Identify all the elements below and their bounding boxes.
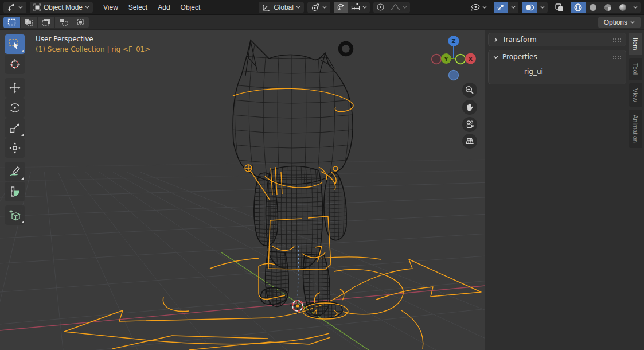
proportional-group: [373, 2, 410, 13]
xray-toggle[interactable]: [551, 2, 567, 13]
menu-view[interactable]: View: [99, 2, 123, 13]
camera-view-button[interactable]: [462, 117, 477, 132]
gizmo-z-ball[interactable]: Z: [448, 36, 459, 46]
tab-view[interactable]: View: [629, 83, 642, 107]
navigation-gizmo[interactable]: Y Z X: [431, 36, 477, 81]
n-panel-tabs: Item Tool View Animation: [629, 30, 644, 350]
overlays-icon: [525, 3, 534, 11]
gizmo-neg-z-ball[interactable]: [449, 71, 459, 80]
gizmo-neg-y-ball[interactable]: [456, 55, 466, 64]
chevron-down-icon: [511, 6, 516, 9]
select-mode-intersect-button[interactable]: [72, 17, 89, 28]
shading-dropdown[interactable]: [630, 2, 641, 13]
shading-wireframe-button[interactable]: [571, 2, 586, 13]
transform-panel: Transform: [488, 33, 626, 46]
pivot-point-dropdown[interactable]: [307, 2, 330, 13]
transform-panel-title: Transform: [502, 36, 608, 44]
gizmo-neg-x-ball[interactable]: [432, 55, 442, 64]
cursor-tool-icon: [9, 58, 21, 71]
transform-icon: [9, 142, 21, 154]
gizmo-x-ball[interactable]: X: [465, 53, 476, 64]
move-icon: [9, 81, 21, 94]
zoom-magnifier-icon: [465, 85, 474, 95]
shading-solid-button[interactable]: [586, 2, 600, 13]
gizmos-toggle[interactable]: [494, 2, 508, 13]
transform-panel-header[interactable]: Transform: [489, 33, 626, 46]
options-label: Options: [604, 18, 627, 26]
properties-panel-header[interactable]: Properties: [489, 50, 626, 63]
tool-cursor[interactable]: [5, 55, 25, 74]
zoom-button[interactable]: [462, 83, 477, 98]
tool-annotate[interactable]: [5, 162, 25, 181]
material-sphere-icon: [603, 3, 612, 12]
tool-transform[interactable]: [5, 138, 25, 158]
select-mode-group: [3, 17, 89, 28]
blender-window: Object Mode View Select Add Object Globa…: [0, 0, 644, 350]
object-mode-dropdown[interactable]: Object Mode: [30, 2, 93, 13]
select-mode-subtract-button[interactable]: [38, 17, 54, 28]
gizmo-arrow-icon: [497, 3, 505, 11]
properties-panel: Properties rig_ui: [488, 50, 626, 84]
tab-tool[interactable]: Tool: [629, 58, 642, 80]
properties-panel-title: Properties: [502, 53, 608, 61]
shading-rendered-button[interactable]: [615, 2, 630, 13]
svg-text:Y: Y: [444, 56, 448, 62]
viewport-canvas[interactable]: [0, 30, 485, 350]
transform-orientation-dropdown[interactable]: Global: [259, 2, 304, 13]
select-subtract-icon: [42, 18, 50, 26]
gizmo-y-ball[interactable]: Y: [441, 53, 451, 64]
overlays-toggle[interactable]: [522, 2, 537, 13]
select-mode-invert-button[interactable]: [55, 17, 72, 28]
snap-toggle-button[interactable]: [334, 2, 348, 13]
object-mode-icon: [33, 3, 41, 11]
header-right: [467, 2, 641, 13]
n-panel: Transform Properties rig_ui Item: [485, 30, 644, 350]
gizmos-dropdown[interactable]: [508, 2, 518, 13]
chevron-down-icon: [482, 6, 487, 9]
falloff-dropdown[interactable]: [388, 2, 410, 13]
tab-item[interactable]: Item: [629, 33, 642, 55]
tool-move[interactable]: [5, 78, 25, 98]
chevron-down-icon: [362, 6, 367, 9]
tool-rotate[interactable]: [5, 98, 25, 118]
orientation-axes-icon: [262, 3, 271, 11]
tool-add-cube[interactable]: [5, 205, 25, 225]
panel-grip[interactable]: [612, 38, 621, 42]
tool-select-box[interactable]: [5, 34, 25, 54]
rendered-sphere-icon: [618, 3, 627, 12]
shading-material-button[interactable]: [600, 2, 615, 13]
annotate-pen-icon: [9, 165, 21, 178]
tool-measure[interactable]: [5, 182, 25, 201]
select-mode-extend-button[interactable]: [21, 17, 37, 28]
chevron-down-icon: [493, 55, 498, 60]
viewport-3d: User Perspective (1) Scene Collection | …: [0, 30, 485, 350]
header-left: Object Mode View Select Add Object: [3, 2, 205, 13]
xray-icon: [555, 3, 564, 12]
snap-increment-icon: [351, 3, 360, 11]
overlays-dropdown[interactable]: [537, 2, 548, 13]
perspective-toggle-button[interactable]: [462, 134, 477, 149]
tool-scale[interactable]: [5, 118, 25, 138]
scale-icon: [9, 122, 21, 134]
select-intersect-icon: [76, 18, 85, 26]
menu-select[interactable]: Select: [124, 2, 152, 13]
viewport-header: Object Mode View Select Add Object Globa…: [0, 0, 644, 15]
proportional-toggle-button[interactable]: [373, 2, 388, 13]
options-dropdown[interactable]: Options: [598, 17, 641, 28]
chevron-down-icon: [322, 6, 327, 9]
chevron-down-icon: [630, 21, 635, 24]
visibility-dropdown[interactable]: [467, 2, 490, 13]
editor-type-button[interactable]: [3, 2, 26, 13]
header-menus: View Select Add Object: [99, 2, 205, 13]
menu-object[interactable]: Object: [176, 2, 205, 13]
pan-hand-icon: [465, 103, 474, 112]
svg-text:X: X: [469, 56, 473, 62]
pan-button[interactable]: [462, 100, 477, 115]
snap-settings-dropdown[interactable]: [348, 2, 370, 13]
tab-animation[interactable]: Animation: [629, 110, 642, 148]
tool-settings-bar: Options: [0, 15, 644, 30]
object-mode-label: Object Mode: [44, 3, 83, 11]
select-mode-set-button[interactable]: [3, 17, 20, 28]
menu-add[interactable]: Add: [153, 2, 174, 13]
panel-grip[interactable]: [612, 55, 621, 59]
